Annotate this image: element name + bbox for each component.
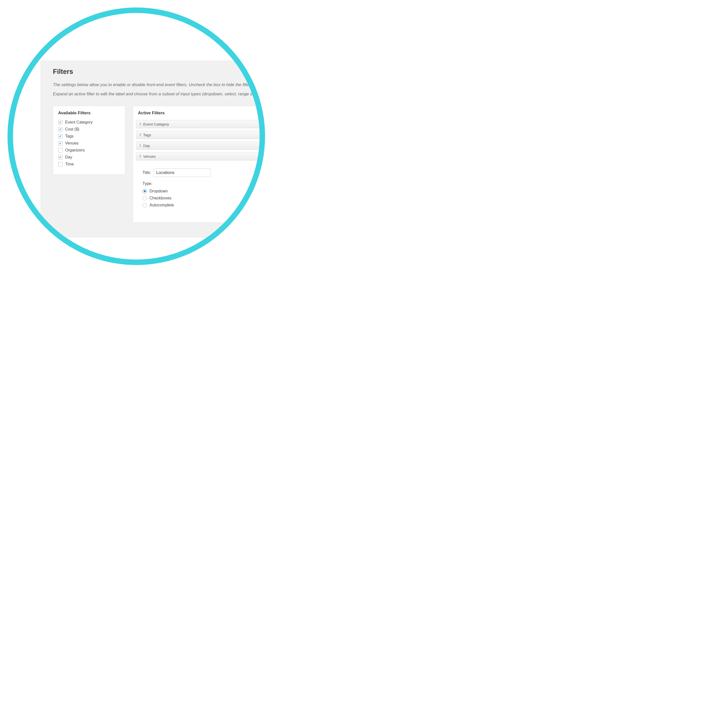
filter-checkbox[interactable] — [58, 120, 63, 124]
active-filter-bar[interactable]: ‡Event Category — [136, 120, 260, 128]
active-filter-bar[interactable]: ‡Day — [136, 142, 260, 150]
active-filter-label: Tags — [143, 133, 151, 137]
type-radio-label: Dropdown — [150, 189, 168, 193]
filter-checkbox[interactable] — [58, 134, 63, 139]
description-line-1: The settings below allow you to enable o… — [53, 80, 260, 89]
active-filter-bar[interactable]: ‡Tags — [136, 131, 260, 139]
active-filter-label: Day — [143, 144, 150, 148]
type-radio-label: Autocomplete — [150, 203, 174, 207]
active-filter-label: Venues — [143, 154, 156, 159]
filter-expanded-panel: Title: Type: DropdownCheckboxesAutocompl… — [133, 163, 260, 213]
available-filter-row: Event Category — [58, 120, 120, 124]
available-filter-row: Day — [58, 155, 120, 159]
filter-checkbox[interactable] — [58, 141, 63, 145]
description: The settings below allow you to enable o… — [53, 80, 260, 99]
available-filters-title: Available Filters — [58, 110, 120, 116]
available-filter-row: Organizers — [58, 148, 120, 153]
filter-checkbox-label: Organizers — [65, 148, 85, 153]
filter-checkbox[interactable] — [58, 127, 63, 132]
filter-checkbox-label: Cost ($) — [65, 127, 80, 132]
available-filter-row: Tags — [58, 134, 120, 139]
available-filters-list: Event CategoryCost ($)TagsVenuesOrganize… — [58, 120, 120, 167]
active-filter-bar[interactable]: ‡Venues — [136, 152, 260, 161]
drag-handle-icon[interactable]: ‡ — [139, 144, 141, 147]
available-filter-row: Time — [58, 162, 120, 167]
description-line-2: Expand an active filter to edit the labe… — [53, 89, 260, 99]
title-label: Title: — [142, 170, 151, 175]
filter-checkbox[interactable] — [58, 162, 63, 167]
type-section: Type: DropdownCheckboxesAutocomplete — [142, 182, 260, 207]
filter-checkbox-label: Day — [65, 155, 72, 159]
title-input[interactable] — [153, 168, 211, 177]
available-filter-row: Venues — [58, 141, 120, 145]
type-option-row: Dropdown — [142, 189, 260, 193]
type-option-row: Checkboxes — [142, 196, 260, 200]
filter-checkbox-label: Time — [65, 162, 74, 167]
page-title: Filters — [53, 68, 260, 76]
drag-handle-icon[interactable]: ‡ — [139, 133, 141, 136]
available-filters-box: Available Filters Event CategoryCost ($)… — [53, 106, 125, 175]
filter-checkbox-label: Venues — [65, 141, 78, 145]
active-filters-list: ‡Event Category‡Tags‡Day‡Venues — [133, 120, 260, 161]
drag-handle-icon[interactable]: ‡ — [139, 154, 141, 158]
settings-panel: Filters The settings below allow you to … — [40, 60, 260, 238]
type-radio[interactable] — [142, 189, 147, 193]
active-filters-box: Active Filters ‡Event Category‡Tags‡Day‡… — [133, 106, 260, 223]
columns: Available Filters Event CategoryCost ($)… — [53, 106, 260, 223]
inner-circle: Filters The settings below allow you to … — [13, 13, 260, 260]
drag-handle-icon[interactable]: ‡ — [139, 122, 141, 126]
active-filters-title: Active Filters — [133, 110, 260, 116]
available-filter-row: Cost ($) — [58, 127, 120, 132]
title-field-row: Title: — [142, 168, 260, 177]
type-radio[interactable] — [142, 203, 147, 207]
filter-checkbox[interactable] — [58, 155, 63, 159]
active-filter-label: Event Category — [143, 122, 169, 126]
type-label: Type: — [142, 182, 260, 186]
type-radio[interactable] — [142, 196, 147, 200]
filter-checkbox-label: Tags — [65, 134, 73, 139]
type-radio-label: Checkboxes — [150, 196, 171, 200]
filter-checkbox-label: Event Category — [65, 120, 93, 124]
type-option-row: Autocomplete — [142, 203, 260, 207]
filter-checkbox[interactable] — [58, 148, 63, 153]
type-options: DropdownCheckboxesAutocomplete — [142, 189, 260, 207]
circle-frame: Filters The settings below allow you to … — [8, 8, 265, 265]
